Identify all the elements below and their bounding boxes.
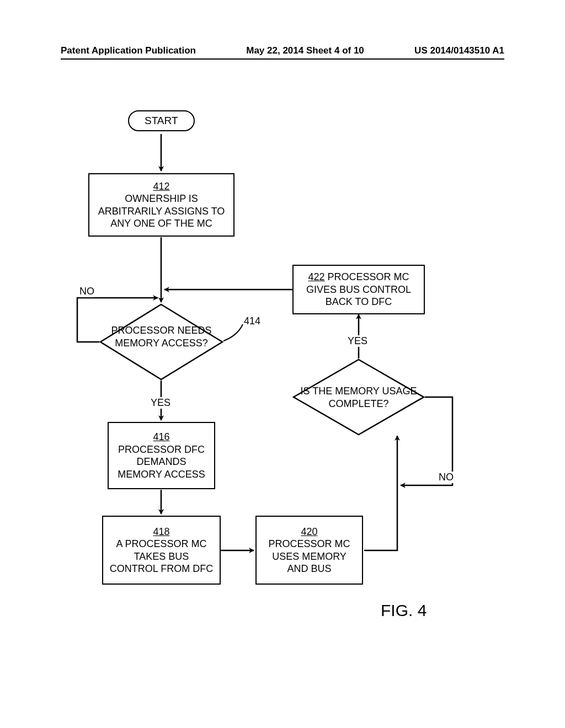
box-418-text: A PROCESSOR MC TAKES BUS CONTROL FROM DF… bbox=[109, 538, 214, 575]
label-no-414: NO bbox=[79, 286, 94, 297]
box-420-ref: 420 bbox=[301, 526, 317, 538]
box-418-ref: 418 bbox=[153, 526, 169, 538]
decision-414-text: PROCESSOR NEEDS MEMORY ACCESS? bbox=[99, 324, 223, 349]
box-412: 412 OWNERSHIP IS ARBITRARILY ASSIGNS TO … bbox=[88, 173, 234, 237]
decision-usage-complete: IS THE MEMORY USAGE COMPLETE? bbox=[292, 358, 425, 436]
start-label: START bbox=[145, 115, 178, 126]
figure-caption: FIG. 4 bbox=[381, 601, 427, 620]
box-416: 416 PROCESSOR DFC DEMANDS MEMORY ACCESS bbox=[108, 422, 215, 489]
decision-414-ref: 414 bbox=[244, 315, 260, 327]
box-422: 422 PROCESSOR MC GIVES BUS CONTROL BACK … bbox=[292, 265, 425, 314]
decision-414: PROCESSOR NEEDS MEMORY ACCESS? bbox=[99, 303, 223, 381]
box-422-ref: 422 bbox=[308, 271, 324, 282]
start-terminal: START bbox=[128, 110, 195, 131]
decision-usage-text: IS THE MEMORY USAGE COMPLETE? bbox=[292, 385, 425, 410]
box-420-text: PROCESSOR MC USES MEMORY AND BUS bbox=[262, 538, 356, 575]
flowchart: START 412 OWNERSHIP IS ARBITRARILY ASSIG… bbox=[0, 0, 565, 728]
box-418: 418 A PROCESSOR MC TAKES BUS CONTROL FRO… bbox=[102, 516, 221, 585]
box-412-ref: 412 bbox=[153, 180, 169, 193]
label-yes-414: YES bbox=[151, 397, 170, 409]
connectors bbox=[0, 0, 565, 728]
label-no-usage: NO bbox=[439, 472, 454, 483]
box-420: 420 PROCESSOR MC USES MEMORY AND BUS bbox=[255, 516, 363, 585]
box-412-text: OWNERSHIP IS ARBITRARILY ASSIGNS TO ANY … bbox=[95, 192, 228, 230]
box-416-text: PROCESSOR DFC DEMANDS MEMORY ACCESS bbox=[114, 443, 209, 481]
label-yes-usage: YES bbox=[348, 335, 367, 347]
box-416-ref: 416 bbox=[153, 431, 169, 443]
